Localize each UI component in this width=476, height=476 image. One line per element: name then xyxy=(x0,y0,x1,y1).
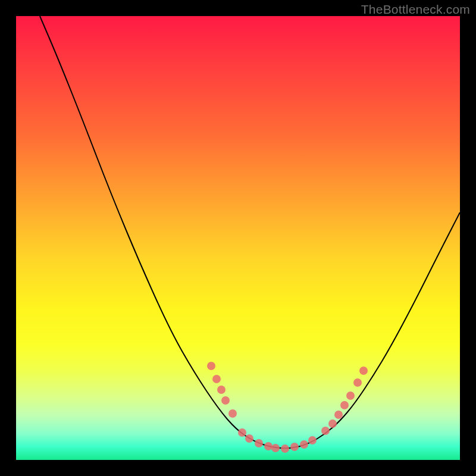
curve-marker xyxy=(271,444,280,452)
curve-marker xyxy=(328,419,337,428)
curve-marker xyxy=(217,386,226,394)
watermark-text: TheBottleneck.com xyxy=(361,2,470,17)
curve-marker xyxy=(290,443,299,451)
chart-frame: TheBottleneck.com xyxy=(0,0,476,476)
curve-marker xyxy=(255,439,263,447)
curve-marker xyxy=(207,362,215,370)
curve-marker xyxy=(359,367,368,375)
curve-marker xyxy=(353,378,362,387)
curve-marker xyxy=(308,436,317,444)
curve-marker xyxy=(245,434,253,443)
plot-area xyxy=(16,16,460,460)
curve-marker xyxy=(334,411,343,419)
curve-marker xyxy=(228,409,237,418)
curve-marker xyxy=(300,440,308,449)
curve-marker xyxy=(346,392,355,400)
bottleneck-curve xyxy=(40,16,460,448)
curve-marker xyxy=(238,428,246,437)
curve-marker xyxy=(212,375,221,383)
curve-marker xyxy=(221,396,230,405)
chart-svg xyxy=(16,16,460,460)
curve-marker xyxy=(281,444,289,453)
curve-marker xyxy=(340,401,349,409)
curve-marker xyxy=(264,442,273,450)
curve-markers xyxy=(207,362,368,453)
curve-marker xyxy=(321,427,330,435)
